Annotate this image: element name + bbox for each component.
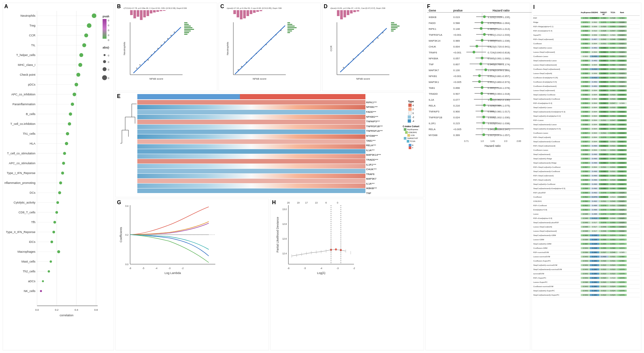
svg-text:Inflammation_promoting: Inflammation_promoting	[4, 181, 35, 185]
svg-text:0.004: 0.004	[453, 45, 460, 48]
svg-text:Cytolytic_activity: Cytolytic_activity	[13, 201, 35, 204]
svg-rect-227	[137, 184, 365, 188]
svg-text:HLA: HLA	[29, 142, 35, 145]
svg-text:Check point: Check point	[20, 73, 35, 76]
svg-text:T_helper_cells: T_helper_cells	[16, 53, 35, 57]
svg-text:-6: -6	[287, 267, 289, 269]
panel-i-row: CoxBoost0.5560.5040.5310.5530.621	[533, 42, 640, 46]
panel-d-svg: r(boot)=13.81, p=2.29e-37, r=0.51, Cav=[…	[324, 4, 422, 89]
svg-point-27	[78, 63, 82, 67]
svg-text:-4: -4	[155, 267, 157, 269]
svg-point-90	[48, 270, 50, 273]
svg-rect-187	[350, 10, 353, 13]
svg-point-21	[82, 43, 86, 47]
svg-rect-224	[137, 169, 365, 173]
svg-rect-156	[250, 10, 252, 14]
svg-point-199	[377, 37, 379, 39]
svg-text:0.002: 0.002	[108, 34, 109, 37]
panel-i-row: CoxBoost+SuperPC0.5430.3800.5300.5310.56…	[533, 259, 640, 263]
svg-rect-179	[287, 29, 294, 30]
svg-text:Neutrophils: Neutrophils	[226, 42, 229, 55]
bottom-row: G -6 -5 -4 -3 -2 0.4	[115, 199, 424, 350]
panel-g: G -6 -5 -4 -3 -2 0.4	[115, 199, 269, 350]
svg-text:RELA: RELA	[429, 128, 436, 131]
panel-c: C r(pred)=17.18, p=4.24e-53, C-cpv=0.60,…	[219, 3, 321, 91]
svg-text:TNFRSF1A: TNFRSF1A	[429, 33, 442, 36]
svg-rect-221	[137, 154, 365, 159]
svg-text:TNF: TNF	[429, 63, 434, 66]
svg-text:MAP3K14: MAP3K14	[429, 39, 441, 42]
svg-text:0.6: 0.6	[94, 308, 98, 311]
panel-h-label: H	[272, 200, 276, 206]
panel-g-svg: -6 -5 -4 -3 -2 0.4 0.2 0.0 Log Lambda Co…	[117, 200, 267, 349]
panel-e: E	[115, 92, 424, 197]
svg-text:<0.001: <0.001	[453, 33, 461, 36]
svg-rect-148	[184, 32, 189, 33]
panel-i-row: RSF+StepCox[forward]0.5610.4870.5420.548…	[533, 37, 640, 42]
panel-i-row: Lasso+survivaSVM0.5430.3760.4690.5310.56…	[533, 255, 640, 259]
svg-rect-149	[184, 34, 187, 35]
panel-i-rows: RSF0.5590.6180.5600.5380.564Ridge0.5710.…	[533, 16, 640, 297]
heatmap-gene-labels: RIPK1*** NFKB1*** FADD*** NFKBG*** TNFAI…	[366, 94, 399, 196]
svg-point-48	[66, 132, 69, 135]
svg-text:RIPK1: RIPK1	[429, 28, 437, 30]
panel-i-row: StepCox[both]+Enet[alpha=0.5]0.5550.5040…	[533, 127, 640, 131]
panel-i-row: StepCox[backward]+Lasso0.5580.5040.5800.…	[533, 123, 640, 127]
svg-line-201	[340, 28, 387, 72]
center-section: B r(TCGA)=17.78, p=2.39e-48, C-Cpv=0.54,…	[115, 3, 424, 350]
svg-point-45	[68, 122, 71, 126]
panel-i-header: Any/Express GSE2041 TARGET-RT TCGA Rank	[533, 11, 640, 16]
svg-text:aDCs: aDCs	[28, 280, 35, 283]
panel-i: I Any/Express GSE2041 TARGET-RT TCGA Ran…	[532, 3, 641, 350]
svg-rect-205	[391, 24, 397, 25]
svg-text:Type_I_IFN_Reponse: Type_I_IFN_Reponse	[7, 171, 35, 175]
svg-text:0.918(0.881-0.957): 0.918(0.881-0.957)	[488, 75, 510, 78]
panel-i-row: CoxBoost+Enet[alpha=0.25]0.5550.4330.595…	[533, 76, 640, 80]
svg-point-317	[473, 51, 475, 53]
svg-rect-147	[184, 30, 191, 31]
svg-point-24	[79, 53, 83, 57]
panel-d-label: D	[324, 4, 328, 10]
panel-b: B r(TCGA)=17.78, p=2.39e-48, C-Cpv=0.54,…	[115, 3, 217, 91]
svg-text:0.019: 0.019	[453, 16, 460, 19]
svg-text:DCs: DCs	[30, 191, 36, 194]
svg-point-302	[483, 33, 486, 36]
panel-a-label: A	[4, 4, 8, 10]
svg-text:0.0: 0.0	[35, 308, 39, 311]
svg-text:0.995(0.991-1.000): 0.995(0.991-1.000)	[488, 57, 510, 60]
svg-point-60	[61, 172, 64, 175]
panel-c-label: C	[220, 4, 224, 10]
svg-text:12.4: 12.4	[282, 252, 287, 255]
svg-text:TRADD: TRADD	[429, 92, 438, 95]
svg-rect-121	[153, 10, 156, 12]
svg-text:T_cell_co.inhibition: T_cell_co.inhibition	[10, 122, 35, 126]
svg-text:0.003: 0.003	[108, 29, 109, 32]
svg-rect-176	[287, 24, 292, 25]
svg-rect-206	[391, 26, 400, 27]
svg-text:13.0: 13.0	[282, 208, 287, 210]
svg-text:CD8_T_cells: CD8_T_cells	[18, 211, 35, 214]
panel-i-row: RSF+Lasso0.5580.5040.5310.5470.619	[533, 118, 640, 123]
svg-text:-5: -5	[142, 267, 144, 269]
svg-point-332	[484, 69, 487, 71]
svg-text:pvalue: pvalue	[103, 15, 109, 18]
svg-rect-146	[184, 29, 194, 30]
panel-i-row: RSF+StepCox[both]0.5570.5040.5790.5600.6…	[533, 135, 640, 140]
svg-text:0.2: 0.2	[108, 54, 109, 57]
svg-text:0.4: 0.4	[108, 68, 109, 71]
svg-text:Coefficients: Coefficients	[119, 227, 123, 242]
svg-rect-117	[140, 10, 143, 20]
svg-point-362	[483, 104, 486, 107]
svg-text:19: 19	[297, 202, 300, 204]
svg-rect-219	[137, 144, 365, 149]
svg-text:Log Lambda: Log Lambda	[165, 271, 181, 275]
svg-point-42	[69, 112, 72, 116]
panel-i-row: RSF+Ridge(alpha=0.1)0.5540.5090.5300.553…	[533, 25, 640, 29]
svg-text:2.83: 2.83	[517, 140, 521, 142]
panel-i-row: StepCox[both]+SuperPC0.5430.3800.5220.52…	[533, 289, 640, 293]
panel-e-heatmap	[137, 94, 365, 196]
svg-rect-159	[260, 10, 262, 11]
svg-point-63	[59, 182, 62, 185]
svg-rect-154	[243, 10, 246, 18]
heatmap-legend: Type 4 2 0 -2	[400, 94, 422, 196]
